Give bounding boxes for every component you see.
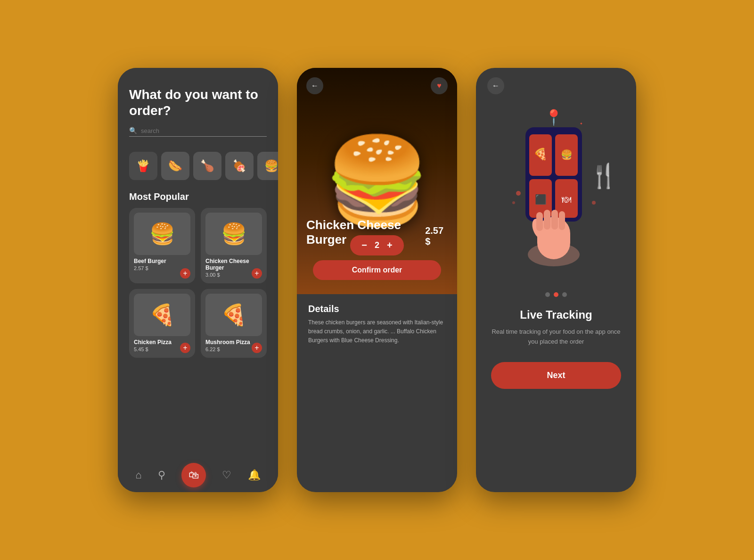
dot-3 (562, 292, 567, 297)
svg-text:🍕: 🍕 (533, 147, 548, 161)
svg-rect-18 (551, 210, 558, 230)
details-title: Details (308, 304, 446, 314)
svg-rect-17 (544, 210, 550, 230)
cat-nuggets[interactable]: 🍖 (225, 152, 254, 180)
svg-text:✦: ✦ (580, 122, 583, 126)
svg-text:⬛: ⬛ (535, 194, 547, 205)
svg-point-22 (512, 201, 515, 204)
food-hero-image: 🍔 ← ♥ Chicken Cheese Burger 2.57 $ − 2 +… (297, 68, 457, 294)
next-button[interactable]: Next (491, 362, 621, 389)
search-icon: 🔍 (129, 127, 137, 134)
dot-2 (554, 292, 558, 297)
search-input[interactable] (141, 127, 267, 134)
tracking-title: Live Tracking (491, 308, 621, 321)
details-text: These chicken burgers are seasoned with … (308, 318, 446, 346)
nav-wishlist-icon[interactable]: ♡ (222, 469, 231, 481)
tracking-content: Live Tracking Real time tracking of your… (476, 308, 636, 389)
phone-2: 🍔 ← ♥ Chicken Cheese Burger 2.57 $ − 2 +… (297, 68, 457, 492)
add-beef-burger-button[interactable]: + (180, 268, 190, 279)
phone-3: ← 📍 ✦ ✦ ✦ 🍕 🍔 ⬛ � (476, 68, 636, 492)
food-img-chicken-pizza: 🍕 (134, 294, 190, 336)
food-card-beef-burger[interactable]: 🍔 Beef Burger 2.57 $ + (129, 208, 195, 283)
svg-point-21 (516, 191, 521, 196)
svg-text:🍔: 🍔 (561, 149, 573, 160)
svg-text:🍽: 🍽 (562, 194, 571, 205)
food-img-beef-burger: 🍔 (134, 213, 190, 255)
food-grid: 🍔 Beef Burger 2.57 $ + 🍔 Chicken Cheese … (118, 208, 278, 358)
nav-home-icon[interactable]: ⌂ (135, 469, 141, 481)
favorite-button[interactable]: ♥ (431, 77, 448, 94)
phone-1: What do you want to order? 🔍 🍟 🌭 🍗 🍖 🍔 M… (118, 68, 278, 492)
cat-sausage[interactable]: 🌭 (161, 152, 189, 180)
quantity-value: 2 (375, 240, 379, 250)
quantity-control: − 2 + (350, 235, 403, 255)
most-popular-title: Most Popular (118, 188, 278, 208)
svg-text:🍴: 🍴 (589, 162, 613, 190)
cat-fries[interactable]: 🍟 (129, 152, 157, 180)
nav-cart-button[interactable]: 🛍 (181, 463, 206, 487)
svg-point-23 (592, 201, 596, 205)
food-card-chicken-pizza[interactable]: 🍕 Chicken Pizza 5.45 $ + (129, 289, 195, 358)
decrease-qty-button[interactable]: − (361, 240, 367, 251)
cat-burger[interactable]: 🍔 (257, 152, 278, 180)
order-title: What do you want to order? (129, 87, 267, 118)
tracking-back-button[interactable]: ← (487, 77, 504, 94)
confirm-order-button[interactable]: Confirm order (313, 260, 441, 280)
tracking-illustration: 📍 ✦ ✦ ✦ 🍕 🍔 ⬛ 🍽 (476, 94, 636, 292)
nav-notification-icon[interactable]: 🔔 (248, 469, 261, 481)
nav-search-icon[interactable]: ⚲ (158, 469, 165, 481)
back-button[interactable]: ← (306, 77, 323, 94)
pagination-dots (476, 292, 636, 297)
tracking-description: Real time tracking of your food on the a… (491, 327, 621, 347)
search-bar[interactable]: 🔍 (129, 127, 267, 137)
cat-chicken[interactable]: 🍗 (193, 152, 221, 180)
food-card-chicken-cheese[interactable]: 🍔 Chicken Cheese Burger 3.00 $ + (201, 208, 267, 283)
food-name-beef-burger: Beef Burger (134, 258, 190, 264)
categories-row: 🍟 🌭 🍗 🍖 🍔 (118, 152, 278, 188)
quantity-section: − 2 + Confirm order (297, 235, 457, 280)
tracking-header: ← (476, 68, 636, 94)
food-img-mushroom-pizza: 🍕 (205, 294, 262, 336)
bottom-nav: ⌂ ⚲ 🛍 ♡ 🔔 (118, 458, 278, 492)
svg-text:📍: 📍 (544, 108, 563, 126)
dot-1 (545, 292, 550, 297)
svg-rect-19 (559, 211, 565, 230)
svg-rect-16 (536, 212, 543, 231)
food-card-mushroom-pizza[interactable]: 🍕 Mushroom Pizza 6.22 $ + (201, 289, 267, 358)
illustration-svg: 📍 ✦ ✦ ✦ 🍕 🍔 ⬛ 🍽 (500, 108, 613, 278)
food-details-section: Details These chicken burgers are season… (297, 294, 457, 360)
increase-qty-button[interactable]: + (387, 240, 393, 251)
food-img-chicken-cheese: 🍔 (205, 213, 262, 255)
